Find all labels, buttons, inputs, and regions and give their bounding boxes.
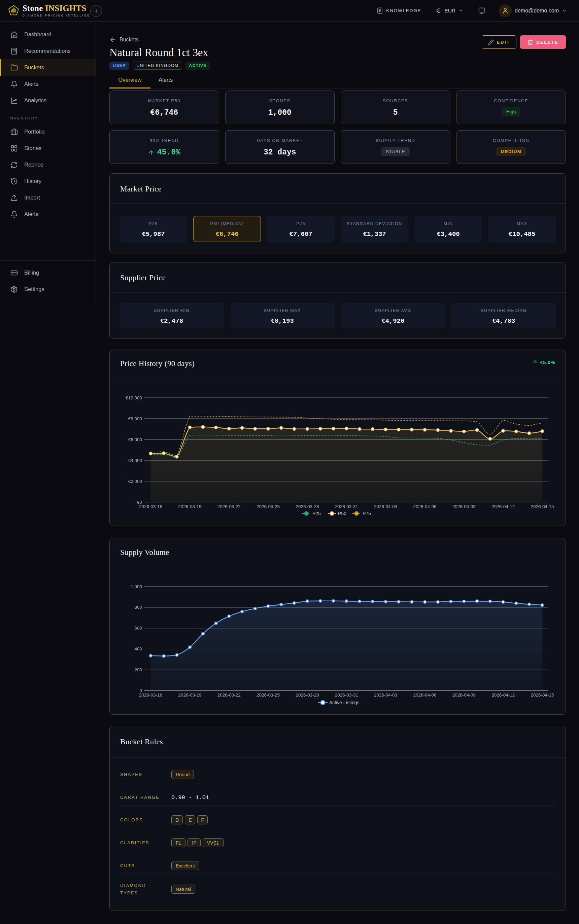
svg-text:2026-04-09: 2026-04-09 (452, 504, 476, 509)
svg-text:P25: P25 (312, 511, 321, 516)
svg-text:2026-04-12: 2026-04-12 (491, 692, 515, 697)
svg-text:2026-03-22: 2026-03-22 (218, 504, 241, 509)
svg-text:P75: P75 (363, 511, 371, 516)
svg-text:400: 400 (134, 646, 142, 651)
svg-text:2026-04-12: 2026-04-12 (491, 504, 515, 509)
svg-text:€8,000: €8,000 (128, 416, 142, 421)
svg-text:2026-03-31: 2026-03-31 (335, 692, 358, 697)
svg-text:1,000: 1,000 (131, 584, 142, 589)
svg-text:2026-03-25: 2026-03-25 (257, 692, 280, 697)
svg-text:P50: P50 (338, 511, 347, 516)
svg-text:Active Listings: Active Listings (329, 700, 359, 705)
svg-text:2026-04-03: 2026-04-03 (374, 692, 397, 697)
svg-text:2026-03-16: 2026-03-16 (139, 504, 162, 509)
svg-text:600: 600 (134, 625, 142, 630)
svg-text:2026-03-22: 2026-03-22 (218, 692, 241, 697)
svg-text:€2,000: €2,000 (128, 479, 142, 484)
svg-text:€10,000: €10,000 (126, 395, 142, 400)
svg-text:2026-03-16: 2026-03-16 (139, 692, 162, 697)
svg-text:2026-04-03: 2026-04-03 (374, 504, 397, 509)
svg-text:2026-03-25: 2026-03-25 (257, 504, 280, 509)
svg-text:2026-03-19: 2026-03-19 (178, 504, 201, 509)
svg-text:2026-04-06: 2026-04-06 (413, 504, 436, 509)
svg-text:2026-03-28: 2026-03-28 (296, 692, 319, 697)
svg-text:2026-03-28: 2026-03-28 (296, 504, 319, 509)
svg-text:2026-04-15: 2026-04-15 (530, 692, 554, 697)
svg-text:2026-04-15: 2026-04-15 (530, 504, 554, 509)
svg-text:€4,000: €4,000 (128, 458, 142, 463)
svg-text:2026-03-19: 2026-03-19 (178, 692, 201, 697)
svg-text:2026-04-06: 2026-04-06 (413, 692, 436, 697)
svg-text:2026-03-31: 2026-03-31 (335, 504, 358, 509)
svg-text:800: 800 (134, 605, 142, 610)
svg-text:€6,000: €6,000 (128, 437, 142, 442)
svg-text:2026-04-09: 2026-04-09 (452, 692, 476, 697)
svg-text:200: 200 (134, 667, 142, 672)
